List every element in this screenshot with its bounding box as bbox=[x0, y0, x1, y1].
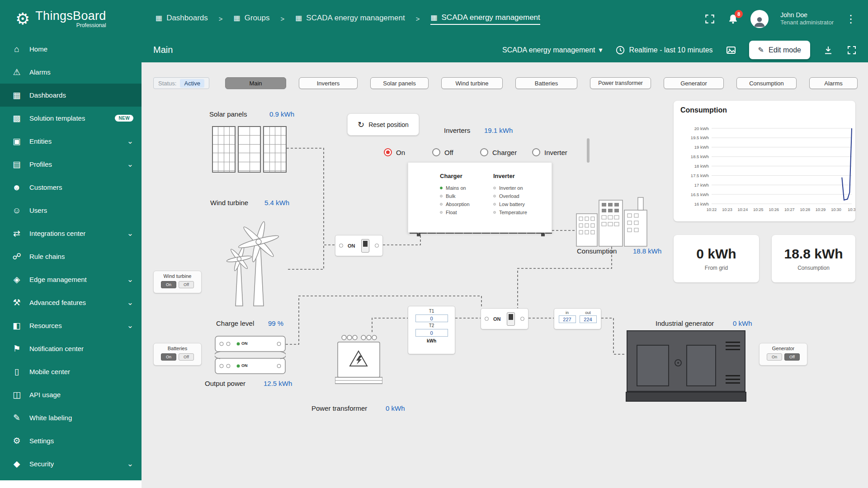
from-grid-label: From grid bbox=[705, 265, 728, 271]
t1-input[interactable]: 0 bbox=[415, 314, 448, 322]
sidebar-item-customers[interactable]: ☻ Customers bbox=[0, 176, 142, 199]
sidebar-item-home[interactable]: ⌂ Home bbox=[0, 38, 142, 61]
sidebar-item-entities[interactable]: ▣ Entities ⌄ bbox=[0, 130, 142, 153]
sidebar-item-resources[interactable]: ◧ Resources ⌄ bbox=[0, 314, 142, 337]
tab-main[interactable]: Main bbox=[225, 77, 286, 89]
tab-alarms[interactable]: Alarms bbox=[809, 77, 858, 89]
download-icon bbox=[823, 45, 834, 56]
breadcrumb-groups[interactable]: ▦ Groups bbox=[234, 14, 270, 24]
radio-off[interactable]: Off bbox=[432, 148, 453, 156]
sidebar-item-edge-management[interactable]: ◈ Edge management ⌄ bbox=[0, 268, 142, 291]
sidebar-item-white-labeling[interactable]: ✎ White labeling bbox=[0, 406, 142, 429]
solution-templates-icon: ▩ bbox=[11, 113, 23, 123]
sidebar-item-solution-templates[interactable]: ▩ Solution templates NEW bbox=[0, 107, 142, 130]
header-overflow-menu-button[interactable]: ⋮ bbox=[845, 13, 856, 25]
consumption-line-chart: 20 kWh19.5 kWh19 kWh18.5 kWh18 kWh17.5 k… bbox=[674, 101, 855, 221]
widget-scrollbar[interactable] bbox=[587, 138, 590, 163]
batteries-toggle-card: Batteries On Off bbox=[153, 343, 202, 366]
header-fullscreen-button[interactable] bbox=[704, 13, 716, 25]
dashboard-state-tabs: Main Inverters Solar panels Wind turbine… bbox=[225, 77, 858, 89]
logo-gear-icon: ⚙ bbox=[15, 11, 30, 27]
solar-panels-label: Solar panels bbox=[209, 110, 247, 118]
svg-text:10:26: 10:26 bbox=[769, 207, 779, 212]
toolbar-fullscreen-button[interactable] bbox=[846, 45, 857, 56]
breadcrumb-scada-group[interactable]: ▦ SCADA energy management bbox=[295, 14, 405, 24]
sidebar-item-integrations-center[interactable]: ⇄ Integrations center ⌄ bbox=[0, 222, 142, 245]
wind-on-button[interactable]: On bbox=[161, 281, 176, 288]
svg-text:10:30: 10:30 bbox=[831, 207, 841, 212]
sidebar-item-rule-chains[interactable]: ☍ Rule chains bbox=[0, 245, 142, 268]
radio-inverter[interactable]: Inverter bbox=[532, 148, 567, 156]
toggle-card-label: Wind turbine bbox=[164, 273, 192, 279]
charge-level-label: Charge level bbox=[216, 319, 254, 327]
api-usage-icon: ◫ bbox=[11, 389, 23, 400]
city-consumption-label: Consumption bbox=[577, 247, 617, 255]
switch-toggle-handle[interactable] bbox=[361, 239, 369, 253]
tab-power-transformer[interactable]: Power transformer bbox=[590, 77, 651, 89]
batteries-off-button[interactable]: Off bbox=[179, 353, 194, 361]
grid-switch[interactable]: ON bbox=[481, 308, 528, 329]
download-button[interactable] bbox=[823, 45, 834, 56]
battery-on-indicator: ON bbox=[241, 341, 248, 346]
reset-position-button[interactable]: ↻ Reset position bbox=[347, 113, 419, 136]
integrations-icon: ⇄ bbox=[11, 228, 23, 239]
image-export-button[interactable] bbox=[726, 45, 736, 56]
generator-off-button[interactable]: Off bbox=[784, 353, 800, 361]
tab-inverters[interactable]: Inverters bbox=[299, 77, 358, 89]
profiles-icon: ▤ bbox=[11, 159, 23, 169]
battery-on-indicator: ON bbox=[241, 363, 248, 368]
radio-icon bbox=[432, 148, 440, 156]
tab-batteries[interactable]: Batteries bbox=[515, 77, 577, 89]
radio-charger[interactable]: Charger bbox=[480, 148, 517, 156]
power-transformer-label: Power transformer bbox=[311, 404, 367, 412]
svg-text:10:28: 10:28 bbox=[800, 207, 810, 212]
sidebar-item-security[interactable]: ◆ Security ⌄ bbox=[0, 452, 142, 475]
sidebar-item-api-usage[interactable]: ◫ API usage bbox=[0, 383, 142, 406]
tab-solar-panels[interactable]: Solar panels bbox=[370, 77, 429, 89]
out-voltage-input[interactable]: 224 bbox=[580, 315, 597, 323]
radio-on[interactable]: On bbox=[384, 148, 405, 156]
caret-down-icon: ▾ bbox=[599, 46, 603, 54]
sidebar-item-advanced-features[interactable]: ⚒ Advanced features ⌄ bbox=[0, 291, 142, 314]
switch-toggle-handle[interactable] bbox=[507, 312, 515, 326]
chevron-down-icon: ⌄ bbox=[127, 160, 133, 169]
inverter-input-switch[interactable]: ON bbox=[335, 235, 383, 256]
customers-icon: ☻ bbox=[11, 183, 23, 192]
tab-generator[interactable]: Generator bbox=[664, 77, 724, 89]
sidebar-item-profiles[interactable]: ▤ Profiles ⌄ bbox=[0, 153, 142, 176]
sidebar-item-settings[interactable]: ⚙ Settings bbox=[0, 429, 142, 452]
sidebar-item-alarms[interactable]: ⚠ Alarms bbox=[0, 61, 142, 84]
thingsboard-logo[interactable]: ⚙ ThingsBoard Professional bbox=[15, 9, 137, 28]
breadcrumb-scada-dashboard-current[interactable]: ▦ SCADA energy management bbox=[430, 13, 540, 25]
status-dot bbox=[493, 195, 496, 197]
sidebar-item-users[interactable]: ☺ Users bbox=[0, 199, 142, 222]
notifications-button[interactable]: 8 bbox=[727, 13, 739, 24]
sidebar-item-notification-center[interactable]: ⚑ Notification center bbox=[0, 337, 142, 360]
consumption-chart-card: 20 kWh19.5 kWh19 kWh18.5 kWh18 kWh17.5 k… bbox=[674, 101, 855, 221]
dashboard-select[interactable]: SCADA energy management ▾ bbox=[502, 46, 602, 54]
dashboards-grid-icon: ▦ bbox=[156, 14, 162, 22]
edit-mode-button[interactable]: ✎ Edit mode bbox=[749, 41, 810, 59]
in-voltage-input[interactable]: 227 bbox=[559, 315, 576, 323]
tab-consumption[interactable]: Consumption bbox=[736, 77, 797, 89]
status-dot bbox=[440, 195, 443, 197]
breadcrumb-separator-icon: > bbox=[280, 15, 284, 23]
status-chip: Status: Active bbox=[153, 77, 209, 89]
wind-off-button[interactable]: Off bbox=[179, 281, 194, 288]
t2-input[interactable]: 0 bbox=[415, 329, 448, 337]
sidebar-item-mobile-center[interactable]: ▯ Mobile center bbox=[0, 360, 142, 383]
tab-wind-turbine[interactable]: Wind turbine bbox=[441, 77, 503, 89]
batteries-on-button[interactable]: On bbox=[161, 353, 176, 361]
legend-item: Mains on bbox=[440, 184, 483, 192]
generator-dial-icon bbox=[675, 359, 682, 366]
svg-text:19 kWh: 19 kWh bbox=[694, 145, 709, 150]
legend-item: Absorption bbox=[440, 200, 483, 208]
generator-on-button[interactable]: On bbox=[767, 353, 782, 361]
user-avatar[interactable] bbox=[750, 10, 769, 28]
settings-gear-icon: ⚙ bbox=[11, 436, 23, 446]
sidebar-item-dashboards[interactable]: ▦ Dashboards bbox=[0, 84, 142, 107]
breadcrumb-dashboards[interactable]: ▦ Dashboards bbox=[156, 14, 208, 24]
timewindow-button[interactable]: Realtime - last 10 minutes bbox=[615, 45, 713, 55]
svg-text:19.5 kWh: 19.5 kWh bbox=[691, 135, 709, 140]
status-dot bbox=[493, 211, 496, 214]
